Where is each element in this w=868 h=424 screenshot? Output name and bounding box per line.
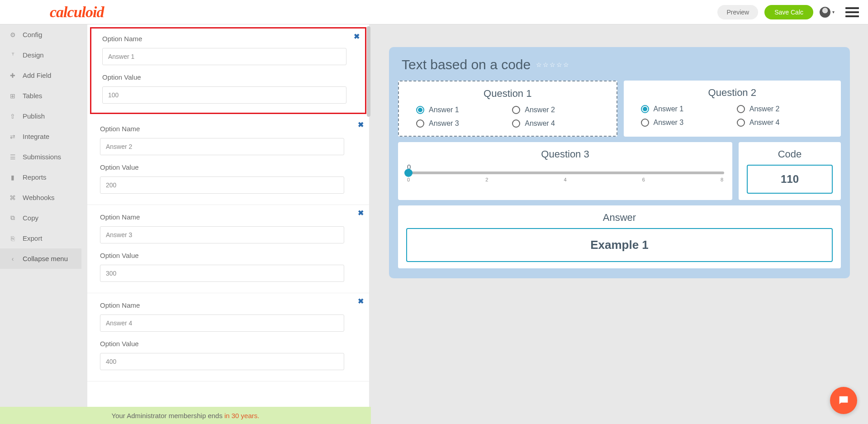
options-editor-panel: ✖ Option Name Option Value ✖ Option Name…: [87, 24, 369, 407]
card-title: Question 3: [406, 148, 724, 160]
sidebar-item-add-field[interactable]: ✚Add Field: [0, 65, 81, 86]
option-value-label: Option Value: [102, 73, 354, 81]
question3-card[interactable]: Question 3 0 0 2 4 6 8: [398, 142, 732, 200]
remove-option-button[interactable]: ✖: [358, 297, 364, 305]
scrollbar[interactable]: [367, 26, 370, 117]
tick: 4: [564, 177, 566, 182]
radio-icon: [737, 105, 745, 113]
sidebar-item-config[interactable]: ⚙Config: [0, 24, 81, 45]
sidebar: ⚙Config ᵀDesign ✚Add Field ⊞Tables ⇧Publ…: [0, 24, 81, 424]
option-name-input[interactable]: [100, 226, 344, 243]
radio-label: Answer 1: [429, 106, 459, 114]
sidebar-label: Reports: [23, 173, 47, 181]
slider-track[interactable]: [406, 172, 724, 174]
sidebar-item-tables[interactable]: ⊞Tables: [0, 86, 81, 106]
radio-option[interactable]: Answer 1: [416, 106, 503, 114]
radio-label: Answer 3: [429, 119, 459, 128]
sidebar-label: Copy: [23, 214, 38, 222]
chart-icon: ▮: [9, 174, 16, 181]
sidebar-label: Add Field: [23, 71, 51, 79]
option-name-label: Option Name: [102, 35, 354, 43]
radio-option[interactable]: Answer 1: [641, 105, 728, 113]
user-menu[interactable]: ▾: [820, 7, 835, 18]
option-name-input[interactable]: [100, 314, 344, 332]
question2-card[interactable]: Question 2 Answer 1 Answer 2 Answer 3 An…: [624, 81, 841, 137]
calculator-preview: Text based on a code ☆☆☆☆☆ Question 1 An…: [371, 24, 868, 424]
sidebar-item-webhooks[interactable]: ⌘Webhooks: [0, 187, 81, 208]
card-title: Question 2: [632, 87, 833, 99]
calculator-container: Text based on a code ☆☆☆☆☆ Question 1 An…: [389, 47, 850, 278]
avatar-icon: [820, 7, 830, 18]
design-icon: ᵀ: [9, 52, 16, 59]
sidebar-label: Tables: [23, 92, 42, 100]
remove-option-button[interactable]: ✖: [358, 120, 364, 129]
card-title: Answer: [406, 212, 833, 224]
option-value-input[interactable]: [100, 176, 344, 194]
footer-highlight: in 30 years.: [224, 412, 260, 419]
hamburger-menu-icon[interactable]: [845, 7, 859, 17]
code-card: Code 110: [739, 142, 841, 200]
preview-button[interactable]: Preview: [717, 5, 758, 19]
radio-label: Answer 4: [749, 119, 780, 127]
sidebar-label: Config: [23, 31, 42, 38]
sidebar-item-export[interactable]: ⎘Export: [0, 228, 81, 248]
card-title: Question 1: [407, 88, 608, 100]
slider-ticks: 0 2 4 6 8: [406, 177, 724, 182]
radio-option[interactable]: Answer 3: [641, 119, 728, 127]
sidebar-item-design[interactable]: ᵀDesign: [0, 45, 81, 65]
app-header: calculoid Preview Save Calc ▾: [0, 0, 868, 24]
sidebar-item-submissions[interactable]: ☰Submissions: [0, 147, 81, 167]
sidebar-label: Design: [23, 51, 44, 59]
option-name-label: Option Name: [100, 125, 356, 133]
sidebar-label: Collapse menu: [23, 255, 68, 262]
option-name-label: Option Name: [100, 213, 356, 221]
sidebar-label: Integrate: [23, 133, 49, 140]
slider-thumb[interactable]: [404, 169, 413, 177]
option-value-input[interactable]: [102, 86, 346, 104]
radio-option[interactable]: Answer 3: [416, 119, 503, 128]
sidebar-item-copy[interactable]: ⧉Copy: [0, 208, 81, 228]
export-icon: ⎘: [9, 235, 16, 242]
question1-card[interactable]: Question 1 Answer 1 Answer 2 Answer 3 An…: [398, 81, 617, 137]
radio-label: Answer 1: [654, 105, 684, 113]
radio-option[interactable]: Answer 2: [737, 105, 824, 113]
radio-option[interactable]: Answer 4: [512, 119, 599, 128]
caret-down-icon: ▾: [832, 10, 835, 14]
radio-icon: [416, 119, 424, 128]
option-group: ✖ Option Name Option Value: [87, 205, 369, 293]
option-name-label: Option Name: [100, 301, 356, 309]
chat-widget-button[interactable]: [830, 387, 857, 414]
rating-stars[interactable]: ☆☆☆☆☆: [536, 61, 570, 68]
code-value: 110: [747, 165, 833, 194]
inbox-icon: ☰: [9, 153, 16, 161]
option-name-input[interactable]: [100, 138, 344, 155]
remove-option-button[interactable]: ✖: [354, 32, 360, 41]
option-value-input[interactable]: [100, 265, 344, 282]
option-value-label: Option Value: [100, 252, 356, 259]
radio-icon: [737, 119, 745, 127]
table-icon: ⊞: [9, 92, 16, 100]
remove-option-button[interactable]: ✖: [358, 209, 364, 217]
answer-card: Answer Example 1: [398, 205, 841, 268]
option-group: ✖ Option Name Option Value: [90, 27, 366, 114]
option-value-input[interactable]: [100, 353, 344, 370]
option-name-input[interactable]: [102, 48, 346, 65]
radio-option[interactable]: Answer 2: [512, 106, 599, 114]
sidebar-item-integrate[interactable]: ⇄Integrate: [0, 126, 81, 147]
save-button[interactable]: Save Calc: [764, 5, 813, 19]
slider-value: 0: [407, 163, 724, 171]
sidebar-item-reports[interactable]: ▮Reports: [0, 167, 81, 187]
logo[interactable]: calculoid: [50, 4, 104, 21]
upload-icon: ⇧: [9, 113, 16, 120]
copy-icon: ⧉: [9, 214, 16, 222]
sidebar-item-collapse[interactable]: ‹Collapse menu: [0, 248, 81, 269]
option-value-label: Option Value: [100, 163, 356, 171]
radio-option[interactable]: Answer 4: [737, 119, 824, 127]
webhook-icon: ⌘: [9, 194, 16, 201]
sidebar-item-publish[interactable]: ⇧Publish: [0, 106, 81, 126]
answer-value: Example 1: [406, 228, 833, 262]
tick: 6: [642, 177, 645, 182]
radio-icon: [416, 106, 424, 114]
calculator-title: Text based on a code: [402, 57, 531, 72]
option-group: ✖ Option Name Option Value: [87, 117, 369, 205]
